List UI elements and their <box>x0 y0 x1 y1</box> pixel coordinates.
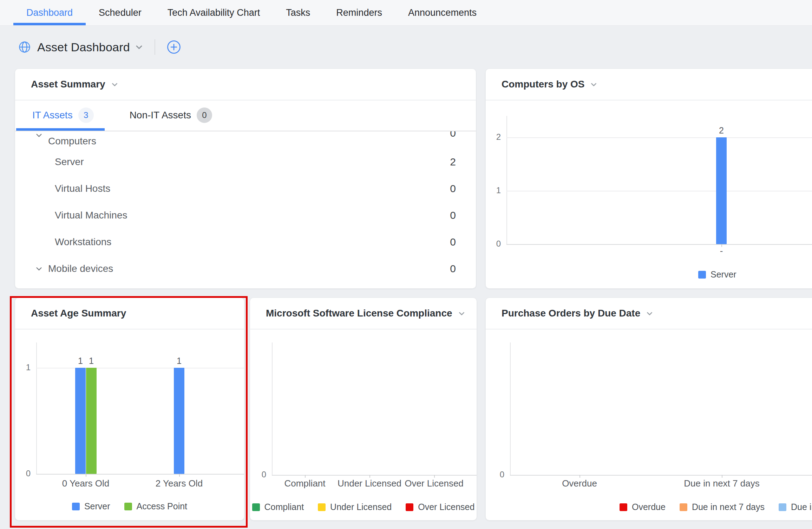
chevron-down-icon[interactable] <box>590 81 597 88</box>
chevron-down-icon[interactable] <box>111 81 118 88</box>
legend-item-server[interactable]: Server <box>72 501 110 511</box>
tree-value: 0 <box>450 209 456 221</box>
x-category-label: Overdue <box>527 478 632 489</box>
legend-swatch <box>252 503 260 511</box>
legend-item-access-point[interactable]: Access Point <box>124 501 188 511</box>
x-axis-baseline <box>36 474 244 475</box>
x-tick-mark <box>722 475 722 478</box>
legend-label: Due in next 7 days <box>692 502 765 512</box>
tree-row-mobile-devices[interactable]: Mobile devices 0 <box>35 255 456 282</box>
card-title: Computers by OS <box>502 79 584 90</box>
count-badge: 0 <box>197 107 212 123</box>
count-badge: 3 <box>78 107 94 123</box>
ms-license-header: Microsoft Software License Compliance <box>250 298 477 329</box>
tree-row-virtual-hosts[interactable]: Virtual Hosts 0 <box>35 175 456 202</box>
computers-by-os-chart: 0122-Server <box>486 100 812 288</box>
y-axis-line <box>36 342 37 474</box>
legend-item-under-licensed[interactable]: Under Licensed <box>318 502 392 512</box>
bar-server[interactable] <box>716 137 727 244</box>
x-category-label: - <box>669 246 774 256</box>
nav-tab-dashboard[interactable]: Dashboard <box>13 0 86 25</box>
asset-dashboard-page: Dashboard Scheduler Tech Availability Ch… <box>0 0 812 529</box>
chart-legend: OverdueDue in next 7 daysDue in next 30 … <box>620 502 812 512</box>
legend-label: Under Licensed <box>330 502 392 512</box>
tree-row-server[interactable]: Server 2 <box>35 149 456 175</box>
asset-summary-tabs: IT Assets 3 Non-IT Assets 0 <box>15 100 476 131</box>
purchase-orders-header: Purchase Orders by Due Date <box>486 298 812 329</box>
asset-age-summary-chart: 011110 Years Old2 Years OldServerAccess … <box>15 329 244 520</box>
page-title: Asset Dashboard <box>37 40 130 54</box>
tab-label: IT Assets <box>32 110 73 121</box>
legend-item-over-licensed[interactable]: Over Licensed <box>406 502 474 512</box>
asset-tree: Computers 0 Server 2 Virtual Hosts 0 Vir… <box>15 131 476 287</box>
legend-item-due-in-next-30-days[interactable]: Due in next 30 days <box>779 502 812 512</box>
tree-value: 0 <box>450 131 456 139</box>
collapse-chevron-icon[interactable] <box>35 131 43 139</box>
legend-item-server[interactable]: Server <box>698 269 736 280</box>
y-tick-label: 0 <box>486 470 504 479</box>
asset-summary-header: Asset Summary <box>15 69 476 100</box>
active-tab-underline <box>16 128 105 131</box>
tree-row-computers[interactable]: Computers 0 <box>35 131 456 149</box>
y-tick-label: 1 <box>486 185 501 195</box>
nav-tab-announcements[interactable]: Announcements <box>395 0 490 25</box>
y-tick-label: 1 <box>15 363 31 372</box>
card-title: Microsoft Software License Compliance <box>266 308 452 319</box>
computers-by-os-card: Computers by OS 0122-Server <box>486 69 812 288</box>
purchase-orders-chart: 0OverdueDue in next 7 daysOverdueDue in … <box>486 329 812 520</box>
legend-label: Compliant <box>264 502 304 512</box>
x-tick-mark <box>86 474 86 477</box>
page-header: Asset Dashboard <box>0 25 812 69</box>
x-axis-baseline <box>272 475 477 476</box>
bar-value-label: 1 <box>165 356 193 366</box>
x-axis-baseline <box>510 475 812 476</box>
x-tick-mark <box>305 475 306 478</box>
nav-tab-tasks[interactable]: Tasks <box>273 0 323 25</box>
tree-row-workstations[interactable]: Workstations 0 <box>35 229 456 255</box>
legend-item-overdue[interactable]: Overdue <box>620 502 666 512</box>
gridline <box>36 368 244 368</box>
nav-tab-reminders[interactable]: Reminders <box>323 0 395 25</box>
nav-tab-tech-availability-chart[interactable]: Tech Availability Chart <box>155 0 273 25</box>
gridline <box>506 191 812 191</box>
nav-tab-scheduler[interactable]: Scheduler <box>86 0 155 25</box>
dashboard-selector-dropdown[interactable]: Asset Dashboard <box>37 40 143 54</box>
chevron-down-icon[interactable] <box>458 310 465 317</box>
x-axis-baseline <box>506 244 812 245</box>
header-divider <box>155 39 155 55</box>
bar-server[interactable] <box>174 368 184 474</box>
bar-access-point[interactable] <box>86 368 97 474</box>
tab-non-it-assets[interactable]: Non-IT Assets 0 <box>128 107 214 123</box>
x-category-label: Due in next 7 days <box>669 478 774 489</box>
card-title: Purchase Orders by Due Date <box>502 308 640 319</box>
y-axis-line <box>506 116 507 244</box>
x-tick-mark <box>434 475 435 478</box>
tree-value: 0 <box>450 263 456 275</box>
tree-label: Virtual Machines <box>55 210 127 221</box>
tree-row-virtual-machines[interactable]: Virtual Machines 0 <box>35 202 456 229</box>
bar-server[interactable] <box>75 368 86 474</box>
legend-label: Server <box>84 501 110 511</box>
legend-item-compliant[interactable]: Compliant <box>252 502 304 512</box>
chart-legend: CompliantUnder LicensedOver Licensed <box>250 502 477 512</box>
asset-age-summary-card: Asset Age Summary 011110 Years Old2 Year… <box>15 298 244 520</box>
legend-item-due-in-next-7-days[interactable]: Due in next 7 days <box>680 502 765 512</box>
tab-it-assets[interactable]: IT Assets 3 <box>31 107 95 123</box>
computers-by-os-header: Computers by OS <box>486 69 812 100</box>
asset-age-summary-header: Asset Age Summary <box>15 298 244 329</box>
chevron-down-icon[interactable] <box>646 310 653 317</box>
tree-label: Workstations <box>55 236 111 248</box>
y-tick-label: 0 <box>15 469 31 478</box>
tree-value: 0 <box>450 236 456 248</box>
chart-legend: ServerAccess Point <box>15 501 244 511</box>
bar-value-label: 1 <box>77 356 105 366</box>
x-tick-mark <box>369 475 370 478</box>
chevron-down-icon <box>135 43 143 51</box>
legend-swatch <box>318 503 326 511</box>
add-dashboard-button[interactable] <box>166 40 181 54</box>
collapse-chevron-icon[interactable] <box>35 265 43 273</box>
legend-swatch <box>124 503 132 510</box>
legend-label: Access Point <box>137 501 188 511</box>
tree-label: Server <box>55 156 84 168</box>
ms-license-chart: 0CompliantUnder LicensedOver LicensedCom… <box>250 329 477 520</box>
